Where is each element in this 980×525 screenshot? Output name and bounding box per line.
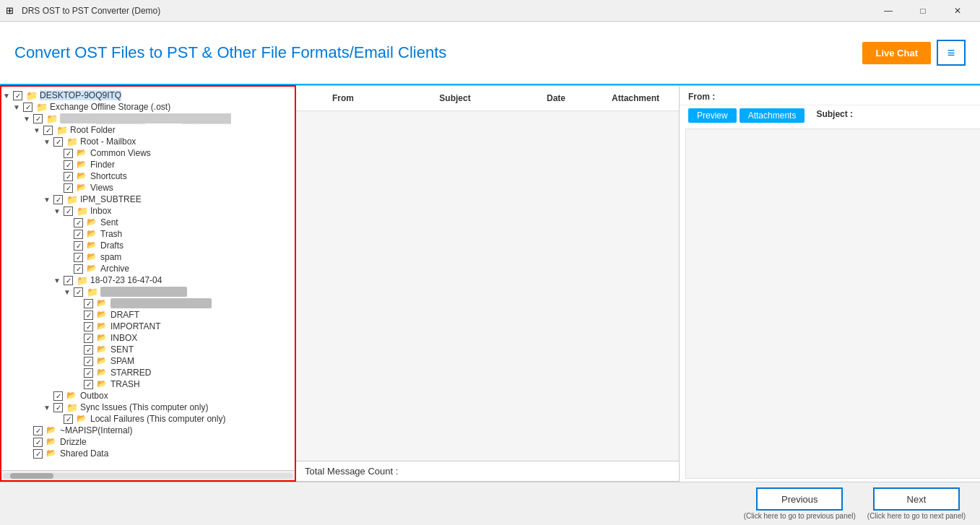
tree-item-blurred1[interactable]: ▼ 📁 xyxy=(1,286,295,298)
label-rootmailbox: Root - Mailbox xyxy=(80,136,136,147)
horizontal-scrollbar[interactable] xyxy=(1,470,295,480)
tree-item-rootfolder[interactable]: ▼ 📁 Root Folder xyxy=(1,124,295,136)
expand-rootmailbox[interactable]: ▼ xyxy=(42,136,52,147)
checkbox-trash[interactable] xyxy=(74,230,83,239)
previous-button[interactable]: Previous xyxy=(756,487,843,511)
tree-item-inbox[interactable]: ▼ 📁 Inbox xyxy=(1,205,295,217)
tree-item-inbox2[interactable]: ▶ 📂 INBOX xyxy=(1,332,295,344)
tree-item-shareddata[interactable]: ▶ 📂 Shared Data xyxy=(1,448,295,459)
tree-item-outbox[interactable]: ▶ 📂 Outbox xyxy=(1,390,295,402)
checkbox-sent2[interactable] xyxy=(84,345,93,355)
checkbox-inbox2[interactable] xyxy=(84,334,93,343)
checkbox-shortcuts[interactable] xyxy=(64,172,73,181)
label-draft2: DRAFT xyxy=(110,310,139,320)
expand-rootfolder[interactable]: ▼ xyxy=(32,125,42,135)
live-chat-button[interactable]: Live Chat xyxy=(862,42,931,64)
checkbox-blurred2[interactable] xyxy=(84,299,93,308)
tree-item-cusers[interactable]: ▼ 📁 C:\Users\████████\Desktop\████████ xyxy=(1,113,295,124)
expand-ipmsubtree[interactable]: ▼ xyxy=(42,194,52,204)
tree-item-rootmailbox[interactable]: ▼ 📁 Root - Mailbox xyxy=(1,136,295,147)
tree-item-date1[interactable]: ▼ 📁 18-07-23 16-47-04 xyxy=(1,274,295,286)
checkbox-localfailures[interactable] xyxy=(64,415,73,424)
checkbox-syncissues[interactable] xyxy=(53,403,63,412)
tree-item-trash[interactable]: ▶ 📂 Trash xyxy=(1,228,295,240)
expand-syncissues[interactable]: ▼ xyxy=(42,402,52,412)
expand-date1[interactable]: ▼ xyxy=(52,275,62,285)
left-panel[interactable]: ▼ 📁 DESKTOP-9OQ9ITQ ▼ 📁 Exchange Offline… xyxy=(0,85,296,482)
tree-item-views[interactable]: ▶ 📂 Views xyxy=(1,182,295,194)
col-header-date: Date xyxy=(520,90,592,106)
maximize-button[interactable]: □ xyxy=(906,0,940,22)
checkbox-rootfolder[interactable] xyxy=(43,126,53,135)
tree-item-drizzle[interactable]: ▶ 📂 Drizzle xyxy=(1,436,295,448)
checkbox-spam2[interactable] xyxy=(84,357,93,366)
tab-preview[interactable]: Preview xyxy=(688,108,737,123)
checkbox-shareddata[interactable] xyxy=(33,449,43,459)
tree-item-ipmsubtree[interactable]: ▼ 📁 IPM_SUBTREE xyxy=(1,194,295,205)
tree-item-drafts[interactable]: ▶ 📂 Drafts xyxy=(1,240,295,251)
expand-exchange[interactable]: ▼ xyxy=(12,102,22,112)
expand-blurred1[interactable]: ▼ xyxy=(62,287,72,297)
tree-item-spam2[interactable]: ▶ 📂 SPAM xyxy=(1,355,295,367)
tree-item-spam[interactable]: ▶ 📂 spam xyxy=(1,251,295,263)
main-content: ▼ 📁 DESKTOP-9OQ9ITQ ▼ 📁 Exchange Offline… xyxy=(0,85,980,482)
tree-item-blurred2[interactable]: ▶ 📂 xyxy=(1,298,295,309)
tree-item-localfailures[interactable]: ▶ 📂 Local Failures (This computer only) xyxy=(1,413,295,425)
folder-icon-starred: 📂 xyxy=(97,368,108,378)
tree-item-draft2[interactable]: ▶ 📂 DRAFT xyxy=(1,309,295,321)
tree-item-sent2[interactable]: ▶ 📂 SENT xyxy=(1,344,295,355)
checkbox-views[interactable] xyxy=(64,183,73,193)
tree-item-mapisp[interactable]: ▶ 📂 ~MAPISP(Internal) xyxy=(1,425,295,436)
tree-item-starred[interactable]: ▶ 📂 STARRED xyxy=(1,367,295,378)
label-spam2: SPAM xyxy=(110,356,134,366)
checkbox-draft2[interactable] xyxy=(84,311,93,320)
tree-item-archive[interactable]: ▶ 📂 Archive xyxy=(1,263,295,274)
checkbox-date1[interactable] xyxy=(64,276,73,285)
close-button[interactable]: ✕ xyxy=(941,0,974,22)
menu-button[interactable]: ≡ xyxy=(937,40,966,66)
checkbox-ipmsubtree[interactable] xyxy=(53,195,63,204)
folder-icon-sent: 📂 xyxy=(87,217,98,227)
checkbox-blurred1[interactable] xyxy=(74,287,83,297)
label-important: IMPORTANT xyxy=(110,321,161,331)
checkbox-desktop[interactable] xyxy=(13,91,22,100)
checkbox-inbox[interactable] xyxy=(64,207,73,216)
checkbox-sent[interactable] xyxy=(74,218,83,227)
folder-icon-important: 📂 xyxy=(97,321,108,331)
scrollbar-thumb[interactable] xyxy=(10,473,53,479)
checkbox-drizzle[interactable] xyxy=(33,438,43,447)
checkbox-rootmailbox[interactable] xyxy=(53,137,63,147)
label-ipmsubtree: IPM_SUBTREE xyxy=(80,194,142,204)
checkbox-commonviews[interactable] xyxy=(64,149,73,158)
next-button[interactable]: Next xyxy=(873,487,960,511)
checkbox-mapisp[interactable] xyxy=(33,426,43,435)
expand-inbox[interactable]: ▼ xyxy=(52,206,62,216)
checkbox-trash2[interactable] xyxy=(84,380,93,389)
checkbox-starred[interactable] xyxy=(84,368,93,378)
checkbox-cusers[interactable] xyxy=(33,114,43,123)
tree-item-desktop[interactable]: ▼ 📁 DESKTOP-9OQ9ITQ xyxy=(1,90,295,101)
tree-item-important[interactable]: ▶ 📂 IMPORTANT xyxy=(1,321,295,332)
message-count-label: Total Message Count : xyxy=(305,466,398,477)
tree-item-shortcuts[interactable]: ▶ 📂 Shortcuts xyxy=(1,170,295,182)
previous-sub: (Click here to go to previous panel) xyxy=(744,512,856,520)
tree-item-syncissues[interactable]: ▼ 📁 Sync Issues (This computer only) xyxy=(1,402,295,413)
expand-cusers[interactable]: ▼ xyxy=(22,113,32,123)
tree-item-commonviews[interactable]: ▶ 📂 Common Views xyxy=(1,147,295,159)
checkbox-exchange[interactable] xyxy=(23,103,32,112)
checkbox-drafts[interactable] xyxy=(74,241,83,251)
tree-item-finder[interactable]: ▶ 📂 Finder xyxy=(1,159,295,170)
tree-item-sent[interactable]: ▶ 📂 Sent xyxy=(1,217,295,228)
minimize-button[interactable]: — xyxy=(872,0,905,22)
checkbox-important[interactable] xyxy=(84,322,93,331)
middle-panel: From Subject Date Attachment Total Messa… xyxy=(296,85,679,482)
tab-attachments[interactable]: Attachments xyxy=(740,108,805,123)
checkbox-finder[interactable] xyxy=(64,160,73,170)
expand-desktop[interactable]: ▼ xyxy=(1,90,12,100)
folder-icon-outbox: 📂 xyxy=(66,391,78,401)
tree-item-exchange[interactable]: ▼ 📁 Exchange Offline Storage (.ost) xyxy=(1,101,295,113)
tree-item-trash2[interactable]: ▶ 📂 TRASH xyxy=(1,378,295,390)
checkbox-spam[interactable] xyxy=(74,253,83,262)
checkbox-archive[interactable] xyxy=(74,264,83,274)
checkbox-outbox[interactable] xyxy=(53,391,63,401)
